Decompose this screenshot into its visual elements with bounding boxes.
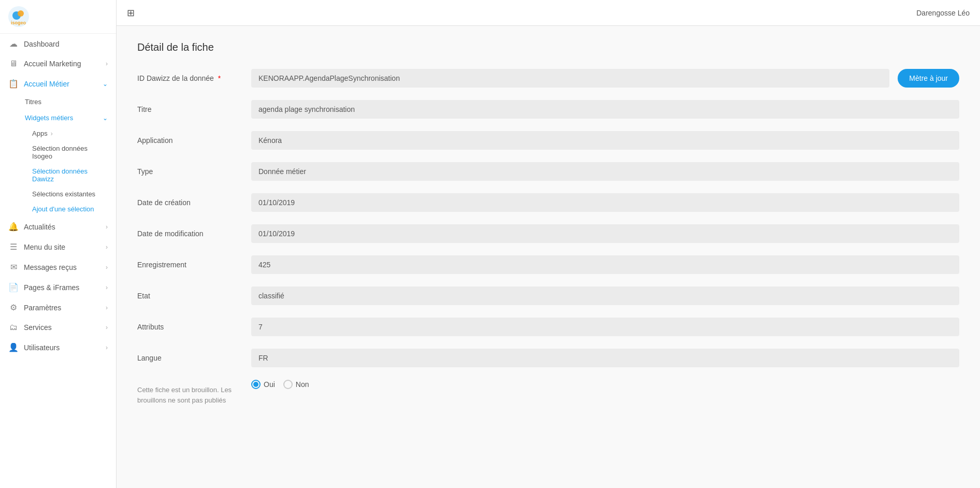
id-input[interactable] — [251, 69, 889, 88]
user-name: Darengosse Léo — [916, 9, 970, 17]
enregistrement-value: 425 — [251, 255, 959, 274]
form-row-date-creation: Date de création 01/10/2019 — [137, 193, 959, 212]
widgets-metiers-label: Widgets métiers — [25, 114, 73, 122]
dashboard-icon: ☁ — [8, 39, 19, 49]
sidebar-item-utilisateurs[interactable]: 👤 Utilisateurs › — [0, 337, 116, 357]
sidebar-item-menu-du-site[interactable]: ☰ Menu du site › — [0, 237, 116, 257]
form-row-enregistrement: Enregistrement 425 — [137, 255, 959, 274]
langue-label: Langue — [137, 349, 241, 362]
services-icon: 🗂 — [8, 323, 19, 332]
radio-oui-label[interactable]: Oui — [251, 380, 275, 389]
topbar-left: ⊞ — [127, 7, 135, 19]
sidebar-item-marketing-label: Accueil Marketing — [24, 60, 100, 68]
radio-non-label[interactable]: Non — [283, 380, 309, 389]
chevron-right-actualites: › — [106, 223, 108, 231]
sidebar-item-dashboard[interactable]: ☁ Dashboard — [0, 34, 116, 54]
attributs-label: Attributs — [137, 318, 241, 331]
application-value: Kénora — [251, 131, 959, 150]
type-value: Donnée métier — [251, 162, 959, 181]
sidebar-item-services[interactable]: 🗂 Services › — [0, 318, 116, 337]
form-row-langue: Langue FR — [137, 349, 959, 367]
sidebar-item-widgets-metiers[interactable]: Widgets métiers ⌄ — [0, 110, 116, 126]
sidebar-item-pages-iframes[interactable]: 📄 Pages & iFrames › — [0, 277, 116, 297]
main-area: ⊞ Darengosse Léo Détail de la fiche ID D… — [117, 0, 980, 488]
date-modification-value: 01/10/2019 — [251, 224, 959, 243]
enregistrement-label: Enregistrement — [137, 255, 241, 269]
attributs-value: 7 — [251, 318, 959, 336]
sidebar-item-messages-recus[interactable]: ✉ Messages reçus › — [0, 257, 116, 277]
radio-oui-btn[interactable] — [251, 380, 261, 389]
application-label: Application — [137, 131, 241, 145]
sidebar-item-selection-dawizz[interactable]: Sélection données Dawizz — [0, 164, 116, 186]
chevron-right-icon: › — [106, 60, 108, 67]
etat-value: classifié — [251, 286, 959, 305]
selection-isogeo-label: Sélection données Isogeo — [32, 145, 108, 160]
parametres-icon: ⚙ — [8, 303, 19, 312]
page-title: Détail de la fiche — [137, 41, 959, 53]
form-row-titre: Titre agenda plage synchronisation — [137, 100, 959, 119]
form-row-brouillon: Cette fiche est un brouillon. Les brouil… — [137, 380, 959, 405]
sidebar-item-selections-existantes[interactable]: Sélections existantes — [0, 186, 116, 202]
chevron-right-services: › — [106, 324, 108, 331]
sidebar-item-menu-label: Menu du site — [24, 243, 100, 251]
sidebar-item-metier-label: Accueil Métier — [24, 80, 97, 88]
form-row-date-modification: Date de modification 01/10/2019 — [137, 224, 959, 243]
radio-non-text: Non — [296, 380, 309, 389]
type-label: Type — [137, 162, 241, 176]
form-row-id: ID Dawizz de la donnée * Mètre à jour — [137, 69, 959, 88]
sidebar-item-accueil-marketing[interactable]: 🖥 Accueil Marketing › — [0, 54, 116, 74]
brouillon-radios: Oui Non — [251, 380, 959, 389]
marketing-icon: 🖥 — [8, 59, 19, 68]
logo-icon: isogeo — [8, 6, 29, 27]
grid-icon[interactable]: ⊞ — [127, 7, 135, 19]
update-button[interactable]: Mètre à jour — [898, 69, 959, 88]
topbar: ⊞ Darengosse Léo — [117, 0, 980, 26]
logo-area: isogeo — [0, 0, 116, 34]
form-row-application: Application Kénora — [137, 131, 959, 150]
messages-icon: ✉ — [8, 262, 19, 272]
sidebar-item-apps[interactable]: Apps › — [0, 126, 116, 141]
id-label: ID Dawizz de la donnée * — [137, 69, 241, 82]
sidebar-item-actualites[interactable]: 🔔 Actualités › — [0, 217, 116, 237]
menu-icon: ☰ — [8, 242, 19, 252]
titre-label: Titre — [137, 100, 241, 113]
id-field-wrap: Mètre à jour — [251, 69, 959, 88]
page-content: Détail de la fiche ID Dawizz de la donné… — [117, 26, 980, 488]
svg-point-2 — [18, 10, 24, 17]
sidebar-item-parametres[interactable]: ⚙ Paramètres › — [0, 297, 116, 318]
chevron-right-utilisateurs: › — [106, 344, 108, 351]
sidebar-item-ajout-selection[interactable]: Ajout d'une sélection — [0, 202, 116, 217]
apps-label: Apps — [32, 130, 48, 137]
sidebar-item-titres[interactable]: Titres — [0, 94, 116, 110]
actualites-icon: 🔔 — [8, 222, 19, 232]
chevron-right-menu: › — [106, 243, 108, 251]
etat-label: Etat — [137, 286, 241, 300]
date-creation-value: 01/10/2019 — [251, 193, 959, 212]
radio-non-btn[interactable] — [283, 380, 293, 389]
chevron-right-apps: › — [51, 130, 53, 137]
date-modification-label: Date de modification — [137, 224, 241, 238]
sidebar-item-pages-label: Pages & iFrames — [24, 283, 100, 292]
selections-existantes-label: Sélections existantes — [32, 190, 95, 198]
chevron-down-icon-widgets: ⌄ — [103, 114, 108, 122]
chevron-right-messages: › — [106, 264, 108, 271]
sidebar-item-accueil-metier[interactable]: 📋 Accueil Métier ⌄ — [0, 74, 116, 94]
required-marker: * — [218, 74, 221, 82]
utilisateurs-icon: 👤 — [8, 342, 19, 352]
langue-value: FR — [251, 349, 959, 367]
sidebar-item-messages-label: Messages reçus — [24, 263, 100, 271]
selection-dawizz-label: Sélection données Dawizz — [32, 167, 108, 183]
form-row-attributs: Attributs 7 — [137, 318, 959, 336]
sidebar-item-services-label: Services — [24, 323, 100, 332]
sidebar-item-parametres-label: Paramètres — [24, 304, 100, 312]
sidebar-item-actualites-label: Actualités — [24, 223, 100, 231]
chevron-down-icon: ⌄ — [103, 80, 108, 88]
sidebar: isogeo ☁ Dashboard 🖥 Accueil Marketing ›… — [0, 0, 117, 488]
sidebar-item-utilisateurs-label: Utilisateurs — [24, 343, 100, 352]
form-row-type: Type Donnée métier — [137, 162, 959, 181]
sidebar-item-selection-isogeo[interactable]: Sélection données Isogeo — [0, 141, 116, 164]
sidebar-item-dashboard-label: Dashboard — [24, 40, 108, 48]
metier-icon: 📋 — [8, 79, 19, 89]
pages-icon: 📄 — [8, 282, 19, 292]
form-row-etat: Etat classifié — [137, 286, 959, 305]
